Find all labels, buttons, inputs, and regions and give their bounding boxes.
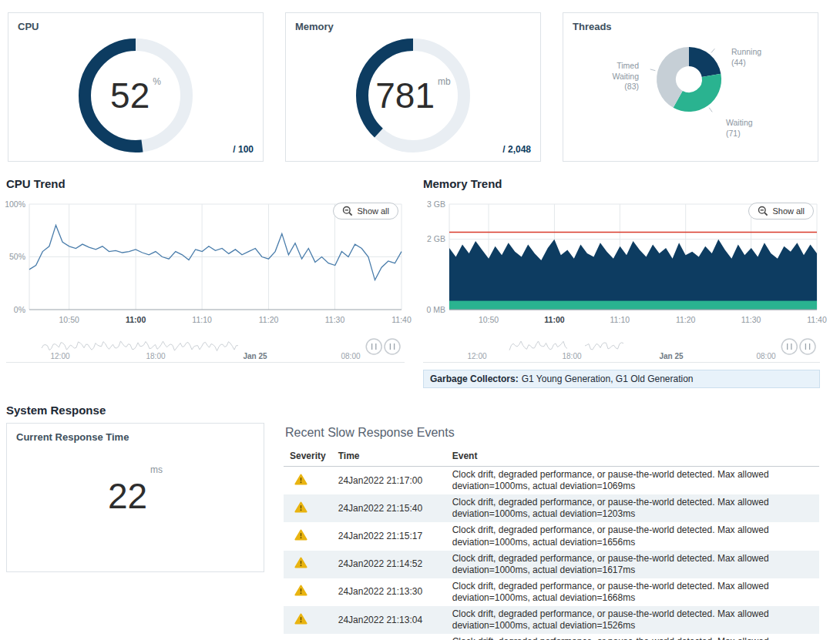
x-tick-label: 11:30: [325, 315, 345, 324]
timeline-handle[interactable]: [385, 339, 400, 354]
timeline-preview-line: [585, 343, 623, 350]
cpu-card: CPU 52 % / 100: [8, 12, 264, 162]
pie-leader-line: [650, 69, 656, 71]
timeline-tick-label: Jan 25: [243, 352, 267, 360]
cpu-value: 52: [110, 78, 150, 113]
response-time-card: Current Response Time 22 ms: [6, 423, 264, 572]
zoom-out-icon: [342, 206, 353, 216]
warning-icon: [294, 557, 307, 568]
pie-leader-line: [709, 108, 712, 112]
cpu-gauge-value: 52 %: [70, 35, 201, 156]
severity-cell: [284, 551, 332, 578]
event-row[interactable]: 24Jan2022 21:12:43Clock drift, degraded …: [284, 634, 819, 640]
event-cell: Clock drift, degraded performance, or pa…: [446, 494, 819, 522]
x-tick-label: 11:40: [807, 315, 827, 324]
severity-cell: [284, 494, 332, 522]
memory-gauge: 781 mb: [348, 35, 479, 156]
event-row[interactable]: 24Jan2022 21:15:17Clock drift, degraded …: [284, 522, 819, 550]
severity-cell: [284, 606, 332, 634]
x-tick-label: 11:00: [126, 315, 146, 324]
memory-card: Memory 781 mb / 2,048: [285, 12, 541, 162]
legend-running-name: Running: [731, 47, 761, 56]
warning-icon: [294, 585, 307, 596]
response-time-card-title: Current Response Time: [7, 424, 264, 443]
cpu-max-label: / 100: [233, 144, 254, 155]
time-cell: 24Jan2022 21:12:43: [332, 634, 446, 640]
legend-timed-waiting-count: (83): [624, 82, 639, 91]
memory-show-all-button[interactable]: Show all: [748, 203, 814, 219]
timeline-handle-circle[interactable]: [781, 339, 797, 354]
event-row[interactable]: 24Jan2022 21:13:30Clock drift, degraded …: [284, 578, 819, 606]
timeline-tick-label: 18:00: [146, 352, 165, 360]
x-tick-label: 11:10: [610, 315, 630, 324]
non-heap-area: [449, 301, 817, 310]
x-tick-label: 11:40: [391, 315, 412, 324]
event-cell: Clock drift, degraded performance, or pa…: [446, 578, 819, 606]
pie-slice-running: [689, 47, 721, 77]
severity-cell: [284, 467, 332, 495]
event-cell: Clock drift, degraded performance, or pa…: [446, 634, 819, 640]
time-cell: 24Jan2022 21:13:04: [332, 606, 446, 634]
y-tick-label: 0%: [14, 305, 25, 314]
timeline-handle-circle[interactable]: [366, 339, 381, 354]
metric-cards-row: CPU 52 % / 100 Memory: [0, 0, 840, 162]
pie-leader-line: [711, 49, 715, 52]
memory-value-unit: mb: [438, 76, 451, 87]
timeline-handle-circle[interactable]: [800, 339, 815, 354]
timeline-tick-label: 12:00: [467, 352, 486, 360]
heap-used-area: [449, 240, 817, 310]
y-tick-label: 3 GB: [427, 199, 445, 209]
time-cell: 24Jan2022 21:17:00: [332, 467, 446, 495]
event-row[interactable]: 24Jan2022 21:17:00Clock drift, degraded …: [284, 467, 819, 495]
cpu-show-all-button[interactable]: Show all: [333, 203, 398, 219]
response-time-value: 22: [108, 478, 147, 514]
warning-icon: [294, 474, 307, 485]
cpu-timeline-scrubber[interactable]: 12:0018:00Jan 2508:00: [6, 336, 405, 364]
severity-cell: [284, 522, 332, 550]
threads-card: Threads Running (44) Waiting (71) Timed …: [563, 12, 818, 162]
time-cell: 24Jan2022 21:13:30: [332, 578, 446, 606]
timeline-tick-label: 12:00: [50, 352, 69, 360]
x-tick-label: 10:50: [59, 315, 79, 324]
x-tick-label: 10:50: [479, 315, 499, 324]
response-time-unit: ms: [150, 464, 163, 500]
gc-value: G1 Young Generation, G1 Old Generation: [522, 374, 694, 384]
x-tick-label: 11:20: [676, 315, 696, 324]
memory-value: 781: [375, 78, 435, 113]
memory-trend-title: Memory Trend: [423, 177, 820, 190]
x-tick-label: 11:10: [192, 315, 212, 324]
event-row[interactable]: 24Jan2022 21:13:04Clock drift, degraded …: [284, 606, 819, 634]
timeline-handle[interactable]: [800, 339, 815, 354]
x-tick-label: 11:30: [741, 315, 761, 324]
y-tick-label: 50%: [9, 252, 25, 261]
event-cell: Clock drift, degraded performance, or pa…: [446, 522, 819, 550]
memory-timeline-scrubber[interactable]: 12:0018:00Jan 2508:00: [423, 336, 820, 364]
timeline-handle[interactable]: [366, 339, 381, 354]
severity-cell: [284, 578, 332, 606]
jvm-dashboard: CPU 52 % / 100 Memory: [0, 0, 840, 640]
cpu-trend-chart-box: 10:5011:0011:1011:2011:3011:40100%50%0% …: [6, 196, 405, 334]
timeline-tick-label: 08:00: [756, 352, 775, 360]
timeline-handle[interactable]: [781, 339, 797, 354]
time-cell: 24Jan2022 21:15:40: [332, 494, 446, 522]
timeline-preview-line: [509, 341, 567, 350]
x-tick-label: 11:20: [259, 315, 279, 324]
cpu-usage-line: [29, 225, 402, 280]
event-row[interactable]: 24Jan2022 21:14:52Clock drift, degraded …: [284, 551, 819, 578]
memory-max-label: / 2,048: [502, 144, 531, 155]
legend-waiting-count: (71): [726, 129, 741, 138]
gc-info-bar: Garbage Collectors:G1 Young Generation, …: [423, 370, 820, 388]
event-row[interactable]: 24Jan2022 21:15:40Clock drift, degraded …: [284, 494, 819, 522]
legend-waiting: Waiting (71): [726, 118, 753, 139]
cpu-show-all-label: Show all: [357, 206, 389, 216]
events-header-row: Severity Time Event: [284, 447, 819, 467]
gc-label: Garbage Collectors:: [430, 374, 519, 384]
events-title: Recent Slow Response Events: [285, 426, 819, 440]
col-time: Time: [332, 447, 446, 467]
timeline-handle-circle[interactable]: [385, 339, 400, 354]
memory-trend-chart-box: 10:5011:0011:1011:2011:3011:403 GB2 GB0 …: [423, 196, 820, 334]
memory-trend-section: Memory Trend 10:5011:0011:1011:2011:3011…: [423, 177, 820, 388]
warning-icon: [294, 529, 307, 541]
time-cell: 24Jan2022 21:15:17: [332, 522, 446, 550]
y-tick-label: 100%: [5, 199, 25, 209]
